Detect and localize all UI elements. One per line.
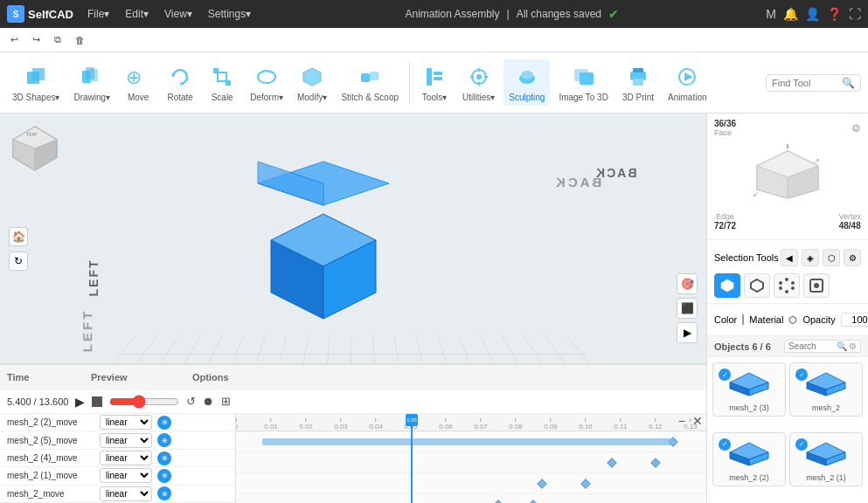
rotate-view-button[interactable]: ↻ — [9, 252, 28, 271]
tool-rotate[interactable]: Rotate — [161, 59, 199, 106]
track-interp-0[interactable]: linear — [100, 415, 152, 430]
orbit-button[interactable]: 🎯 — [677, 273, 698, 294]
track-interp-1[interactable]: linear — [100, 433, 152, 448]
track-interp-3[interactable]: linear — [100, 468, 152, 483]
object-card-wrap-mesh2-2: ✓ mesh_2 (2) — [712, 432, 786, 499]
tool-deform[interactable]: Deform▾ — [245, 59, 288, 106]
orientation-cube[interactable]: TOP — [9, 122, 61, 175]
timeline-tracks[interactable]: 0 0.01 0.02 0.03 0.04 0.05 0.06 0.07 0.0… — [236, 414, 706, 503]
file-menu[interactable]: File▾ — [80, 6, 116, 22]
tool-sculpting[interactable]: Sculpting — [503, 59, 550, 106]
utilities-label: Utilities▾ — [462, 93, 495, 102]
track-lock-3[interactable]: ⊕ — [157, 469, 171, 483]
svg-point-51 — [785, 278, 788, 281]
logo-icon: S — [7, 5, 24, 23]
vertex-mode-button[interactable] — [774, 273, 800, 298]
keyframe-2-a[interactable] — [537, 479, 546, 488]
tool-modify[interactable]: Modify▾ — [292, 59, 332, 106]
playhead-flag: 0.05 — [406, 414, 418, 426]
object-mode-button[interactable] — [803, 273, 830, 298]
play-button[interactable]: ▶ — [75, 395, 85, 409]
current-time: 5.400 / 13.600 — [7, 396, 68, 407]
objects-settings-icon[interactable]: ⚙ — [849, 341, 857, 351]
face-mode-button[interactable] — [714, 273, 740, 298]
color-swatch[interactable] — [742, 314, 744, 326]
keyframe-3-b[interactable] — [528, 500, 538, 503]
object-thumbnail-mesh2-3 — [723, 367, 775, 402]
edit-menu[interactable]: Edit▾ — [118, 6, 156, 22]
track-lock-4[interactable]: ⊕ — [157, 486, 171, 500]
help-icon[interactable]: ❓ — [827, 7, 842, 21]
track-lock-0[interactable]: ⊕ — [157, 416, 171, 430]
track-interp-2[interactable]: linear — [100, 451, 152, 465]
play-view-button[interactable]: ▶ — [677, 322, 698, 343]
find-tool-input[interactable] — [772, 78, 842, 88]
track-name-3: mesh_2 (1)_move — [7, 471, 94, 480]
tick-006: 0.06 — [439, 418, 453, 431]
move-icon: ⊕ — [124, 63, 152, 91]
keyframe-1-a[interactable] — [607, 458, 616, 467]
vertex-value: 48/48 — [839, 221, 861, 231]
tool-scale[interactable]: Scale — [203, 59, 241, 106]
svg-rect-8 — [213, 68, 219, 73]
object-card-mesh2[interactable]: ✓ mesh_2 — [789, 362, 863, 417]
delete-button[interactable]: 🗑 — [72, 33, 88, 47]
tool-3d-print[interactable]: 3D Print — [617, 59, 659, 106]
track-lock-2[interactable]: ⊕ — [157, 451, 171, 465]
track-interp-4[interactable]: linear — [100, 486, 152, 501]
object-card-mesh2-2[interactable]: ✓ mesh_2 (2) — [712, 432, 786, 486]
deform-icon — [253, 63, 281, 91]
view-menu[interactable]: View▾ — [157, 6, 199, 22]
object-card-mesh2-1[interactable]: ✓ mesh_2 (1) — [789, 432, 863, 486]
settings-button[interactable]: ⊞ — [221, 395, 231, 408]
tool-move[interactable]: ⊕ Move — [119, 59, 157, 106]
tool-3d-shapes[interactable]: 3D Shapes▾ — [7, 59, 65, 106]
m-icon[interactable]: M — [766, 7, 776, 21]
copy-button[interactable]: ⧉ — [51, 32, 65, 47]
notification-icon[interactable]: 🔔 — [783, 7, 798, 21]
sel-icon-2[interactable]: ◈ — [802, 249, 819, 266]
redo-button[interactable]: ↪ — [29, 32, 44, 47]
user-icon[interactable]: 👤 — [805, 7, 820, 21]
expand-icon[interactable]: ⛶ — [849, 7, 861, 21]
settings-menu[interactable]: Settings▾ — [201, 6, 258, 22]
tick-004: 0.04 — [369, 418, 383, 431]
keyframe-3-a[interactable] — [493, 500, 503, 503]
zoom-out-button[interactable]: − — [678, 414, 685, 428]
tool-drawing[interactable]: Drawing▾ — [68, 59, 115, 106]
object-card-mesh2-3[interactable]: ✓ mesh_2 (3) — [712, 362, 786, 417]
tool-stitch-scoop[interactable]: Stitch & Scoop — [336, 59, 404, 106]
keyframe-1-b[interactable] — [650, 458, 660, 467]
objects-search-input[interactable] — [788, 341, 837, 351]
track-row-1: mesh_2 (5)_move linear ⊕ — [0, 431, 235, 449]
undo-button[interactable]: ↩ — [7, 32, 22, 47]
tool-utilities[interactable]: Utilities▾ — [457, 59, 500, 106]
sel-icon-1[interactable]: ◀ — [781, 249, 798, 266]
objects-title: Objects 6 / 6 — [714, 341, 771, 352]
view-cube-button[interactable]: ⬛ — [677, 298, 698, 319]
record-button[interactable]: ⏺ — [203, 395, 214, 408]
close-panel-button[interactable]: ✕ — [692, 414, 703, 428]
tool-image-to-3d[interactable]: Image To 3D — [553, 59, 614, 106]
sel-icon-4[interactable]: ⚙ — [844, 249, 861, 266]
timeline-scrubber[interactable] — [109, 395, 179, 409]
edge-mode-button[interactable] — [744, 273, 770, 298]
save-badge: ✔ — [608, 7, 619, 21]
keyframe-2-b[interactable] — [580, 479, 590, 488]
svg-marker-11 — [303, 68, 321, 86]
loop-button[interactable]: ↺ — [186, 395, 196, 408]
preview-col-label: Preview — [91, 372, 178, 382]
svg-rect-7 — [218, 72, 226, 81]
stop-button[interactable] — [92, 396, 102, 407]
track-name-4: mesh_2_move — [7, 489, 94, 499]
settings-gear-icon[interactable]: ⚙ — [851, 122, 861, 134]
tool-animation[interactable]: Animation — [663, 59, 712, 106]
sel-icon-3[interactable]: ⬡ — [823, 249, 840, 266]
playhead[interactable]: 0.05 — [411, 414, 413, 503]
tool-tools[interactable]: Tools▾ — [415, 59, 454, 106]
image-to-3d-icon — [570, 63, 598, 91]
timeline-ruler: 0 0.01 0.02 0.03 0.04 0.05 0.06 0.07 0.0… — [236, 414, 706, 431]
track-lock-1[interactable]: ⊕ — [157, 433, 171, 447]
opacity-input[interactable] — [841, 313, 868, 327]
home-button[interactable]: 🏠 — [9, 227, 28, 246]
